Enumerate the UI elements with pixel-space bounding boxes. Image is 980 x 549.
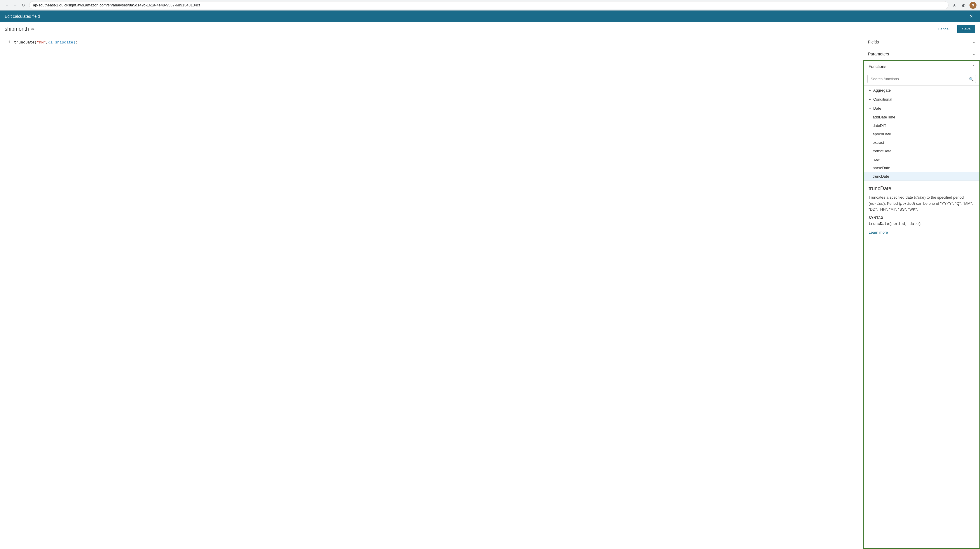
cancel-button[interactable]: Cancel (933, 25, 955, 33)
desc-period-param2: period (900, 202, 914, 206)
field-name-bar: shipmonth ✏ Cancel Save (0, 22, 980, 36)
category-date[interactable]: ▼ Date (864, 104, 979, 113)
fn-addDateTime[interactable]: addDateTime (864, 113, 979, 121)
browser-chrome: ← → ↻ ap-southeast-1.quicksight.aws.amaz… (0, 0, 980, 11)
code-comma: , (46, 40, 48, 45)
code-open-paren: ( (34, 40, 37, 45)
desc-text-after: ). Period ( (883, 201, 900, 206)
desc-text: Truncates a specified date (date) to the… (869, 194, 975, 212)
date-label: Date (873, 106, 881, 111)
field-name-text: shipmonth (5, 26, 29, 32)
fields-header[interactable]: Fields ⌄ (863, 36, 980, 48)
parameters-section: Parameters ⌄ (863, 48, 980, 60)
code-close-paren: ) (76, 40, 78, 45)
functions-section: Functions ⌃ 🔍 ► Aggregate (863, 60, 980, 549)
app-header-title: Edit calculated field (5, 14, 40, 19)
description-panel: truncDate Truncates a specified date (da… (864, 181, 979, 239)
back-button[interactable]: ← (3, 2, 11, 9)
right-panel: Fields ⌄ Parameters ⌄ Functions ⌃ 🔍 (863, 36, 980, 549)
code-field-arg: {l_shipdate} (48, 40, 76, 45)
code-function: truncDate (14, 40, 34, 45)
edit-pencil-icon[interactable]: ✏ (31, 27, 35, 32)
field-name-right: Cancel Save (933, 25, 975, 33)
fn-formatDate[interactable]: formatDate (864, 147, 979, 155)
learn-more-link[interactable]: Learn more (869, 230, 888, 234)
line-number: 1 (3, 40, 11, 45)
category-conditional[interactable]: ► Conditional (864, 95, 979, 104)
fn-epochDate[interactable]: epochDate (864, 130, 979, 138)
close-button[interactable]: × (967, 12, 975, 21)
forward-button[interactable]: → (12, 2, 19, 9)
functions-label: Functions (869, 64, 886, 69)
fn-parseDate[interactable]: parseDate (864, 164, 979, 172)
save-button[interactable]: Save (957, 25, 975, 33)
category-aggregate[interactable]: ► Aggregate (864, 86, 979, 95)
reload-button[interactable]: ↻ (20, 2, 27, 9)
syntax-code: truncDate(period, date) (869, 222, 975, 226)
conditional-chevron-icon: ► (869, 98, 872, 101)
code-line-1: 1 truncDate("MM",{l_shipdate}) (0, 40, 863, 45)
functions-header[interactable]: Functions ⌃ (863, 60, 980, 72)
user-avatar: G (969, 2, 977, 9)
fields-section: Fields ⌄ (863, 36, 980, 48)
fields-label: Fields (868, 40, 879, 45)
main-layout: 1 truncDate("MM",{l_shipdate}) Fields ⌄ … (0, 36, 980, 549)
search-input[interactable] (867, 75, 976, 83)
desc-date-param: date (915, 196, 924, 200)
code-editor[interactable]: 1 truncDate("MM",{l_shipdate}) (0, 36, 863, 549)
fn-now[interactable]: now (864, 155, 979, 164)
fn-extract[interactable]: extract (864, 138, 979, 147)
parameters-header[interactable]: Parameters ⌄ (863, 48, 980, 60)
address-text: ap-southeast-1.quicksight.aws.amazon.com… (33, 3, 945, 7)
functions-panel: 🔍 ► Aggregate ► Conditional (863, 72, 980, 549)
extensions-button[interactable]: ◐ (960, 2, 967, 9)
date-chevron-icon: ▼ (869, 107, 872, 110)
bookmark-button[interactable]: ★ (951, 2, 958, 9)
field-name-left: shipmonth ✏ (5, 26, 35, 32)
address-bar[interactable]: ap-southeast-1.quicksight.aws.amazon.com… (29, 1, 948, 10)
desc-text-before: Truncates a specified date ( (869, 195, 915, 199)
functions-chevron-icon: ⌃ (972, 64, 975, 68)
conditional-label: Conditional (873, 97, 892, 102)
search-icon: 🔍 (969, 77, 974, 81)
fn-truncDate[interactable]: truncDate (864, 172, 979, 181)
app-header: Edit calculated field × (0, 11, 980, 22)
aggregate-label: Aggregate (873, 88, 891, 92)
code-content: truncDate("MM",{l_shipdate}) (14, 40, 78, 45)
browser-nav-buttons: ← → ↻ (3, 2, 27, 9)
desc-function-name: truncDate (869, 186, 975, 192)
fn-dateDiff[interactable]: dateDiff (864, 121, 979, 130)
syntax-label: SYNTAX (869, 216, 975, 220)
aggregate-chevron-icon: ► (869, 89, 872, 92)
fields-chevron-icon: ⌄ (972, 40, 975, 44)
code-string-arg: "MM" (37, 40, 46, 45)
function-list: ► Aggregate ► Conditional ▼ Date addDate… (864, 86, 979, 181)
parameters-chevron-icon: ⌄ (972, 52, 975, 56)
parameters-label: Parameters (868, 52, 889, 56)
browser-actions: ★ ◐ G (951, 2, 977, 9)
search-container: 🔍 (864, 72, 979, 86)
desc-period-param: period (870, 202, 883, 206)
